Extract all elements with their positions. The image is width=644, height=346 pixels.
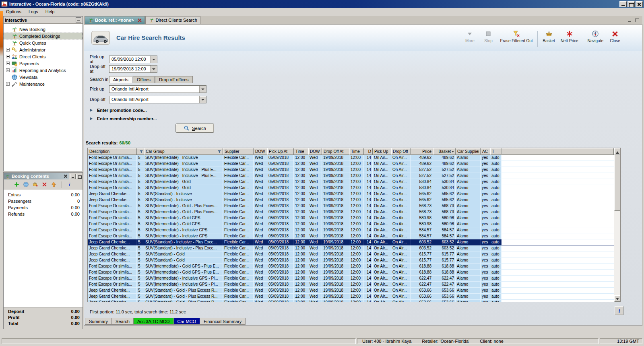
column-header-supplier[interactable]: Supplier xyxy=(223,148,254,155)
promote-button[interactable] xyxy=(50,181,58,188)
sidebar-item-new-booking[interactable]: New Booking xyxy=(4,26,83,33)
result-row[interactable]: Jeep Grand Cheroke...5SUV(Standard) - In… xyxy=(88,197,614,203)
expand-plus-icon[interactable] xyxy=(6,82,10,86)
result-row[interactable]: Jeep Grand Cheroke...5SUV(Standard) - In… xyxy=(88,191,614,197)
sidebar-item-direct-clients[interactable]: Direct Clients xyxy=(4,53,83,60)
column-header-price[interactable]: Price xyxy=(411,148,433,155)
add-to-basket-button[interactable] xyxy=(32,181,39,188)
column-header-time1[interactable]: Time xyxy=(294,148,308,155)
dropoff-at-combobox[interactable]: 19/09/2018 12:00 xyxy=(109,65,157,73)
bottom-tab-summary[interactable]: Summary xyxy=(85,318,112,325)
search-button[interactable]: Search xyxy=(175,124,214,133)
toolbar-more-button[interactable]: More xyxy=(460,28,479,44)
result-row[interactable]: Ford Escape Or simila...5SUV(Intermediat… xyxy=(88,155,614,161)
result-row[interactable]: Ford Escape Or simila...5SUV(Intermediat… xyxy=(88,161,614,167)
column-header-car_group[interactable]: Car Group xyxy=(144,148,223,155)
result-row[interactable]: Ford Escape Or simila...5SUV(Intermediat… xyxy=(88,203,614,209)
column-header-pickup_at[interactable]: Pick Up At xyxy=(267,148,294,155)
toolbar-close-button[interactable]: Close xyxy=(606,28,624,44)
column-header-ac[interactable]: AC xyxy=(481,148,490,155)
column-header-car_supplier[interactable]: Car Supplier xyxy=(456,148,481,155)
booking-contents-minimize-icon[interactable] xyxy=(70,174,76,179)
tab-close-icon[interactable] xyxy=(137,18,142,23)
scroll-up-icon[interactable] xyxy=(614,148,620,154)
booking-contents-close-icon[interactable] xyxy=(63,174,68,179)
sidebar-item-administrator[interactable]: Administrator xyxy=(4,46,83,53)
result-row[interactable]: Jeep Grand Cheroke...5SUV(Standard) - Go… xyxy=(88,294,614,300)
column-header-s[interactable]: S xyxy=(137,148,144,155)
result-row[interactable]: Ford Escape Or simila...5SUV(Intermediat… xyxy=(88,276,614,282)
result-row[interactable]: Ford Escape Or simila...5SUV(Intermediat… xyxy=(88,233,614,239)
result-row[interactable]: Jeep Grand Cheroke...5SUV(Standard) - In… xyxy=(88,245,614,251)
chevron-down-icon[interactable] xyxy=(199,96,206,103)
chevron-down-icon[interactable] xyxy=(199,86,206,93)
result-row[interactable]: Jeep Grand Cheroke...5SUV(Standard) - Go… xyxy=(88,300,614,302)
scroll-down-icon[interactable] xyxy=(614,295,620,302)
dropoff-location-combobox[interactable]: Orlando Intl Airport xyxy=(109,96,206,103)
bottom-tab-car-mco[interactable]: Car MCO xyxy=(174,318,200,325)
sidebar-item-quick-quotes[interactable]: Quick Quotes xyxy=(4,39,83,46)
search-in-tab-airports[interactable]: Airports xyxy=(109,76,132,83)
window-maximize-icon[interactable] xyxy=(627,1,635,7)
toolbar-navigate-button[interactable]: Navigate xyxy=(585,28,606,44)
bottom-tab-search[interactable]: Search xyxy=(112,318,134,325)
search-in-tab-drop-off-offices[interactable]: Drop off offices xyxy=(155,76,193,83)
result-row[interactable]: Ford Escape Or simila...5SUV(Intermediat… xyxy=(88,167,614,173)
result-row[interactable]: Jeep Grand Cheroke...5SUV(Standard) - Go… xyxy=(88,257,614,264)
expand-plus-icon[interactable] xyxy=(6,68,10,72)
column-header-dow1[interactable]: DOW xyxy=(254,148,267,155)
column-header-time2[interactable]: Time xyxy=(349,148,364,155)
column-header-t[interactable]: T xyxy=(490,148,502,155)
toolbar-stop-button[interactable]: Stop xyxy=(479,28,497,44)
vertical-scrollbar[interactable] xyxy=(614,148,620,302)
column-header-description[interactable]: Description xyxy=(88,148,137,155)
column-header-d[interactable]: D xyxy=(364,148,373,155)
document-tab-direct-clients-search[interactable]: Direct Clients Search xyxy=(145,16,200,24)
info-button[interactable]: i xyxy=(66,181,73,188)
world-button[interactable] xyxy=(23,181,30,188)
pickup-location-combobox[interactable]: Orlando Intl Airport xyxy=(109,85,206,93)
bottom-tab-acc-3a-1c-mco[interactable]: Acc 3A,1C MCO xyxy=(134,318,174,325)
menu-logs[interactable]: Logs xyxy=(25,9,42,14)
expand-plus-icon[interactable] xyxy=(6,48,10,51)
child-minimize-icon[interactable] xyxy=(627,18,633,23)
child-restore-icon[interactable] xyxy=(634,18,640,23)
scrollbar-track[interactable] xyxy=(614,154,620,295)
result-row[interactable]: Ford Escape Or simila...5SUV(Intermediat… xyxy=(88,209,614,215)
sidebar-item-maintenance[interactable]: Maintenance xyxy=(4,80,83,87)
result-row[interactable]: Ford Escape Or simila...5SUV(Intermediat… xyxy=(88,282,614,288)
search-in-tab-offices[interactable]: Offices xyxy=(133,76,155,83)
column-header-dropoff_loc[interactable]: Drop Off xyxy=(391,148,411,155)
toolbar-erase-filtered-out-button[interactable]: Erase Filtered Out xyxy=(497,28,535,44)
result-row[interactable]: Ford Escape Or simila...5SUV(Intermediat… xyxy=(88,264,614,270)
pickup-at-combobox[interactable]: 05/09/2018 12:00 xyxy=(109,56,157,63)
column-header-dropoff_at[interactable]: Drop Off At xyxy=(322,148,349,155)
sidebar-item-viewdata[interactable]: Viewdata xyxy=(4,74,83,80)
expand-plus-icon[interactable] xyxy=(6,62,10,65)
booking-contents-float-icon[interactable] xyxy=(76,174,82,179)
scrollbar-thumb[interactable] xyxy=(614,154,620,211)
sidebar-collapse-icon[interactable] xyxy=(76,17,81,23)
toolbar-basket-button[interactable]: Basket xyxy=(540,28,558,44)
toolbar-nett-price-button[interactable]: Nett Price xyxy=(558,28,581,44)
window-close-icon[interactable] xyxy=(636,1,643,7)
bottom-tab-financial-summary[interactable]: Financial Summary xyxy=(200,318,246,325)
expand-plus-icon[interactable] xyxy=(6,55,10,58)
result-row[interactable]: Ford Escape Or simila...5SUV(Intermediat… xyxy=(88,179,614,185)
chevron-down-icon[interactable] xyxy=(150,56,157,63)
menu-help[interactable]: Help xyxy=(42,9,58,14)
chevron-down-icon[interactable] xyxy=(150,66,157,72)
add-button[interactable] xyxy=(13,181,21,188)
result-row[interactable]: Ford Escape Or simila...5SUV(Intermediat… xyxy=(88,185,614,191)
result-row[interactable]: Ford Escape Or simila...5SUV(Intermediat… xyxy=(88,221,614,227)
sidebar-item-reporting-and-analytics[interactable]: Reporting and Analytics xyxy=(4,67,83,74)
menu-options[interactable]: Options xyxy=(2,9,25,14)
delete-button[interactable] xyxy=(41,181,48,188)
document-tab-book-ref-none[interactable]: Book. ref.: <none> xyxy=(85,16,145,24)
sidebar-item-payments[interactable]: Payments xyxy=(4,60,83,67)
result-row[interactable]: Jeep Grand Cheroke...5SUV(Standard) - Go… xyxy=(88,288,614,294)
info-button[interactable]: i xyxy=(615,306,623,315)
result-row[interactable]: Ford Escape Or simila...5SUV(Intermediat… xyxy=(88,173,614,179)
membership-number-expander[interactable]: Enter membership number... xyxy=(90,115,157,122)
result-row[interactable]: Jeep Grand Cheroke...5SUV(Standard) - In… xyxy=(88,239,614,245)
